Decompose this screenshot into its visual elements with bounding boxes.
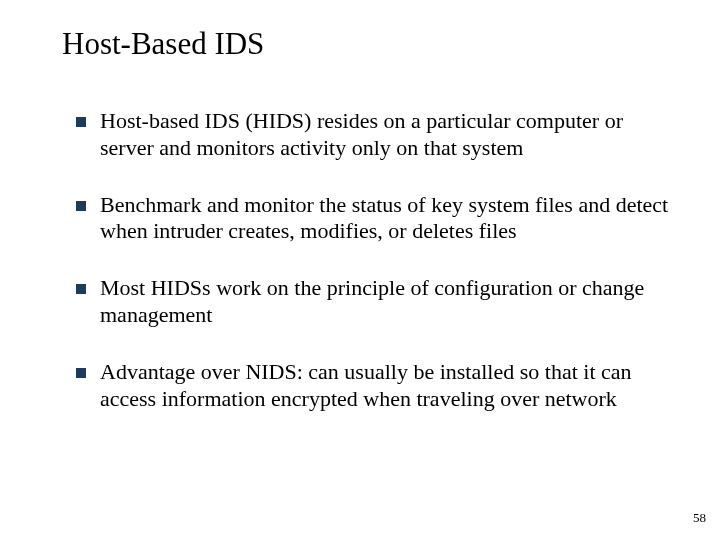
bullet-text: Most HIDSs work on the principle of conf… [100,275,680,329]
bullet-text: Host-based IDS (HIDS) resides on a parti… [100,108,680,162]
list-item: Host-based IDS (HIDS) resides on a parti… [76,108,680,162]
square-bullet-icon [76,368,86,378]
bullet-list: Host-based IDS (HIDS) resides on a parti… [56,108,680,413]
list-item: Most HIDSs work on the principle of conf… [76,275,680,329]
slide-content: Host-Based IDS Host-based IDS (HIDS) res… [0,0,720,463]
list-item: Advantage over NIDS: can usually be inst… [76,359,680,413]
list-item: Benchmark and monitor the status of key … [76,192,680,246]
square-bullet-icon [76,117,86,127]
square-bullet-icon [76,201,86,211]
page-number: 58 [693,510,706,526]
square-bullet-icon [76,284,86,294]
bullet-text: Benchmark and monitor the status of key … [100,192,680,246]
bullet-text: Advantage over NIDS: can usually be inst… [100,359,680,413]
slide-title: Host-Based IDS [62,26,680,62]
